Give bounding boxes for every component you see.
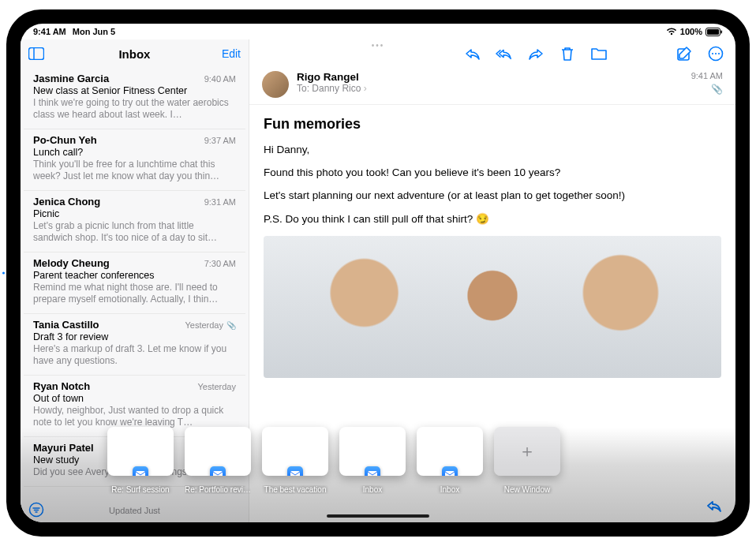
list-time: Yesterday [197, 382, 236, 391]
trash-icon[interactable] [559, 45, 576, 62]
sidebar-footer: Updated Just [21, 499, 249, 522]
list-preview: Let's grab a picnic lunch from that litt… [33, 220, 236, 244]
battery-icon [705, 28, 723, 36]
message-toolbar [249, 39, 735, 68]
mail-app-badge-icon [210, 466, 226, 476]
list-preview: Think you'll be free for a lunchtime cha… [33, 159, 236, 182]
move-folder-icon[interactable] [590, 45, 608, 62]
message-to[interactable]: To: Danny Rico › [297, 83, 683, 94]
wifi-icon [666, 28, 677, 36]
more-icon[interactable] [707, 45, 724, 62]
list-preview: I think we're going to try out the water… [33, 97, 236, 121]
home-indicator[interactable] [327, 514, 429, 518]
mail-app-badge-icon [133, 466, 148, 476]
list-subject: Lunch call? [33, 147, 236, 158]
svg-point-10 [718, 53, 720, 54]
shelf-window[interactable]: The best vacation [262, 427, 328, 494]
list-preview: Here's a markup of draft 3. Let me know … [33, 343, 236, 367]
list-sender: Tania Castillo [33, 319, 99, 331]
status-date: Mon Jun 5 [73, 27, 115, 36]
list-time: 9:40 AM [204, 74, 236, 84]
message-subject: Fun memories [264, 116, 721, 133]
message-from[interactable]: Rigo Rangel [297, 71, 683, 83]
list-sender: Jenica Chong [33, 196, 100, 208]
window-thumbnail[interactable] [262, 427, 328, 476]
quick-reply-icon[interactable] [705, 499, 723, 516]
message-paragraph: Hi Danny, [264, 144, 721, 155]
window-thumbnail[interactable] [339, 427, 406, 476]
shelf-window[interactable]: Inbox [417, 427, 483, 494]
list-time: 7:30 AM [204, 259, 236, 268]
shelf-label: The best vacation [262, 485, 328, 494]
svg-rect-2 [721, 30, 723, 33]
sidebar-title: Inbox [47, 47, 222, 61]
to-name: Danny Rico [312, 83, 361, 94]
svg-point-8 [712, 53, 713, 54]
mail-list-item[interactable]: Jasmine Garcia 9:40 AM New class at Seni… [24, 68, 245, 129]
window-thumbnail[interactable] [417, 427, 483, 476]
list-sender: Melody Cheung [33, 257, 110, 269]
svg-rect-3 [29, 48, 44, 60]
edit-button[interactable]: Edit [222, 47, 241, 60]
forward-icon[interactable] [527, 45, 545, 62]
list-subject: Parent teacher conferences [33, 270, 236, 281]
list-subject: Draft 3 for review [33, 331, 236, 342]
message-header: Rigo Rangel To: Danny Rico › 9:41 AM 📎 [249, 68, 735, 105]
new-window-button[interactable]: ＋ New Window [494, 427, 560, 494]
compose-icon[interactable] [676, 45, 693, 62]
chevron-right-icon: › [364, 83, 367, 94]
mail-app-badge-icon [365, 466, 380, 476]
message-paragraph: Let's start planning our next adventure … [264, 189, 721, 201]
mail-list-item[interactable]: Tania Castillo Yesterday📎 Draft 3 for re… [24, 314, 245, 376]
plus-icon[interactable]: ＋ [494, 427, 560, 476]
mail-app-badge-icon [442, 466, 458, 476]
status-time: 9:41 AM [33, 27, 66, 36]
status-bar: 9:41 AM Mon Jun 5 100% [21, 24, 735, 39]
filter-icon[interactable] [28, 502, 44, 518]
list-sender: Ryan Notch [33, 380, 90, 392]
shelf-label: Inbox [339, 485, 406, 494]
list-preview: Howdy, neighbor, Just wanted to drop a q… [33, 405, 236, 428]
avatar[interactable] [262, 71, 289, 98]
shelf-label: Re: Surf session [107, 485, 174, 494]
shelf-label: New Window [494, 485, 560, 494]
list-sender: Jasmine Garcia [33, 73, 109, 84]
list-subject: Out of town [33, 393, 236, 404]
message-paragraph: Found this photo you took! Can you belie… [264, 166, 721, 178]
list-subject: New class at Senior Fitness Center [33, 85, 236, 96]
window-thumbnail[interactable] [107, 427, 174, 476]
mail-list-item[interactable]: Jenica Chong 9:31 AM Picnic Let's grab a… [24, 191, 245, 252]
list-time: Yesterday📎 [185, 320, 236, 330]
attachment-icon: 📎 [226, 321, 236, 330]
shelf-label: Re: Portfolio review [185, 485, 251, 494]
shelf-window[interactable]: Re: Surf session [107, 427, 174, 494]
svg-point-9 [715, 53, 717, 54]
shelf-label: Inbox [417, 485, 483, 494]
list-subject: Picnic [33, 208, 236, 219]
device-frame: 9:41 AM Mon Jun 5 100% ••• [6, 9, 750, 537]
mail-list-item[interactable]: Po-Chun Yeh 9:37 AM Lunch call? Think yo… [24, 129, 245, 191]
window-thumbnail[interactable] [185, 427, 251, 476]
list-preview: Remind me what night those are. I'll nee… [33, 282, 236, 305]
message-paragraph: P.S. Do you think I can still pull off t… [264, 212, 721, 225]
list-sender: Mayuri Patel [33, 442, 94, 454]
message-time: 9:41 AM [691, 71, 723, 80]
list-sender: Po-Chun Yeh [33, 134, 97, 146]
attached-photo[interactable] [264, 236, 721, 378]
attachment-icon: 📎 [711, 84, 723, 95]
list-time: 9:31 AM [204, 197, 236, 207]
toggle-sidebar-icon[interactable] [28, 47, 47, 60]
mail-app-badge-icon [287, 466, 303, 476]
window-shelf: Re: Surf session Re: Portfolio review Th… [107, 427, 649, 494]
sidebar-header: Inbox Edit [21, 39, 249, 68]
shelf-window[interactable]: Inbox [339, 427, 406, 494]
mail-list-item[interactable]: Melody Cheung 7:30 AM Parent teacher con… [24, 252, 245, 314]
side-indicator [2, 272, 5, 275]
svg-rect-1 [707, 29, 719, 35]
battery-percentage: 100% [680, 27, 702, 36]
to-label: To: [297, 83, 309, 94]
reply-all-icon[interactable] [496, 45, 513, 62]
shelf-window[interactable]: Re: Portfolio review [185, 427, 251, 494]
sync-status: Updated Just [109, 506, 160, 515]
reply-icon[interactable] [464, 45, 481, 62]
